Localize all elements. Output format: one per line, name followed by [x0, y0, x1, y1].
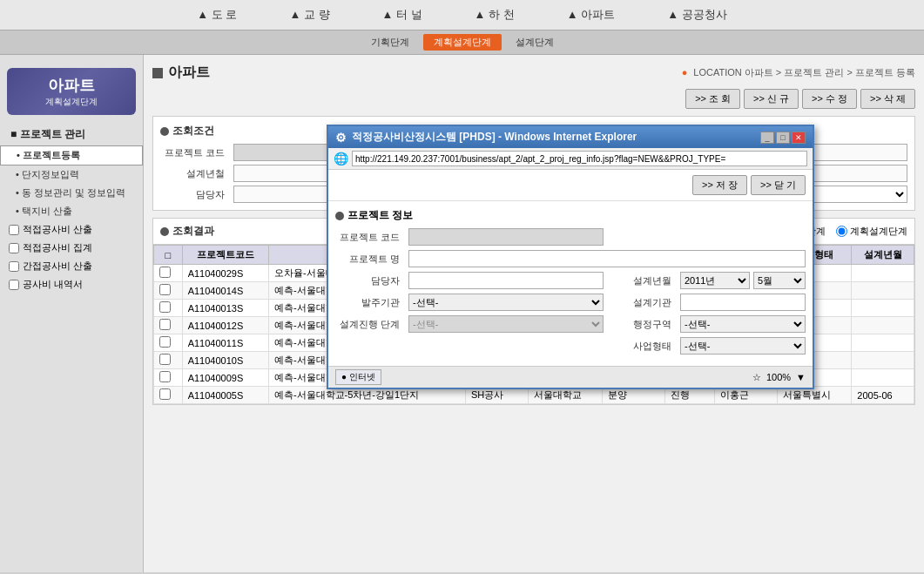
sidebar-section-project: ■ 프로젝트 관리	[0, 124, 143, 145]
col-check: □	[154, 246, 183, 265]
content-area: 아파트 ● LOCATION 아파트 > 프로젝트 관리 > 프로젝트 등록 >…	[144, 55, 924, 572]
page-title: 아파트	[152, 64, 210, 82]
popup-statusbar: ● 인터넷 ☆ 100% ▼	[328, 366, 813, 388]
statusbar-right: ☆ 100% ▼	[752, 372, 806, 383]
label-project-code: 프로젝트 코드	[160, 146, 230, 159]
nav-apart[interactable]: ▲ 아파트	[567, 7, 615, 23]
restore-button[interactable]: □	[776, 132, 790, 144]
popup-input-name[interactable]	[408, 250, 806, 267]
popup-toolbar: >> 저 장 >> 닫 기	[328, 170, 813, 201]
zone-info: ● 인터넷	[335, 369, 381, 385]
popup-input-manager[interactable]	[408, 272, 604, 289]
col-code: 프로젝트코드	[182, 246, 268, 265]
close-button[interactable]: ✕	[792, 132, 806, 144]
popup-label-design-org: 설계기관	[607, 296, 677, 309]
popup-section-title: 프로젝트 정보	[335, 208, 806, 223]
nav-gyoryang[interactable]: ▲ 교 량	[289, 7, 329, 23]
popup-select-month[interactable]: 5월	[753, 272, 806, 289]
statusbar-left: ● 인터넷	[335, 369, 381, 385]
top-nav: ▲ 도 로 ▲ 교 량 ▲ 터 널 ▲ 하 천 ▲ 아파트 ▲ 공공청사	[0, 0, 924, 30]
popup-label-code: 프로젝트 코드	[335, 231, 405, 244]
popup-title: ⚙ 적정공사비산정시스템 [PHDS] - Windows Internet E…	[335, 130, 637, 145]
stage-design[interactable]: 계획설계단계	[423, 34, 502, 51]
popup-save-button[interactable]: >> 저 장	[692, 175, 747, 195]
popup-addressbar: 🌐	[328, 148, 813, 170]
popup-input-code[interactable]	[408, 228, 604, 246]
stage-bar: 기획단계 계획설계단계 설계단계	[0, 30, 924, 55]
popup-titlebar: ⚙ 적정공사비산정시스템 [PHDS] - Windows Internet E…	[328, 126, 813, 148]
popup-select-admin-area[interactable]: -선택-	[680, 315, 806, 333]
popup-label-name: 프로젝트 명	[335, 253, 405, 266]
new-button[interactable]: >> 신 규	[744, 89, 799, 109]
page-header: 아파트 ● LOCATION 아파트 > 프로젝트 관리 > 프로젝트 등록	[152, 64, 915, 82]
popup-label-issue-org: 발주기관	[335, 296, 405, 309]
sidebar-item-land[interactable]: • 택지비 산출	[0, 202, 143, 220]
sidebar-item-register[interactable]: • 프로젝트등록	[0, 145, 143, 165]
popup-window-controls: _ □ ✕	[760, 132, 806, 144]
edit-button[interactable]: >> 수 정	[802, 89, 857, 109]
address-icon: 🌐	[334, 152, 348, 165]
nav-teonel[interactable]: ▲ 터 널	[382, 7, 422, 23]
nav-gongcheongsa[interactable]: ▲ 공공청사	[667, 7, 726, 23]
popup-label-design-year: 설계년월	[607, 274, 677, 287]
zoom-icon: ☆	[752, 372, 761, 383]
nav-doro[interactable]: ▲ 도 로	[197, 7, 237, 23]
zoom-level: 100%	[766, 372, 791, 382]
popup-label-biz-type: 사업형태	[607, 340, 677, 353]
popup-select-biz-type[interactable]: -선택-	[680, 337, 806, 355]
sidebar-item-direct[interactable]: 적접공사비 산출	[0, 220, 143, 239]
popup-input-design-org[interactable]	[680, 294, 806, 311]
stage-final[interactable]: 설계단계	[505, 34, 564, 51]
col-year: 설계년월	[852, 246, 914, 265]
popup-select-issue-org[interactable]: -선택-	[408, 294, 604, 311]
popup-label-admin-area: 행정구역	[607, 318, 677, 331]
radio-design[interactable]: 계획설계단계	[836, 225, 907, 238]
sidebar: 아파트 계획설계단계 ■ 프로젝트 관리 • 프로젝트등록 • 단지정보입력 •…	[0, 55, 144, 572]
sidebar-item-complex[interactable]: • 단지정보입력	[0, 165, 143, 184]
popup-close-button[interactable]: >> 닫 기	[751, 175, 806, 195]
results-title: 조회결과	[160, 224, 214, 239]
label-design-year: 설계년철	[160, 167, 230, 180]
location-bar: ● LOCATION 아파트 > 프로젝트 관리 > 프로젝트 등록	[682, 66, 915, 79]
popup-select-year[interactable]: 2011년	[680, 272, 750, 289]
sidebar-item-direct-sum[interactable]: 적접공사비 집계	[0, 239, 143, 257]
zoom-dropdown[interactable]: ▼	[796, 372, 806, 382]
toolbar: >> 조 회 >> 신 규 >> 수 정 >> 삭 제	[152, 89, 915, 109]
stage-plan[interactable]: 기획단계	[361, 34, 420, 51]
label-manager: 담당자	[160, 188, 230, 201]
minimize-button[interactable]: _	[760, 132, 774, 144]
sidebar-header: 아파트 계획설계단계	[7, 68, 136, 115]
popup-select-design-stage[interactable]: -선택-	[408, 315, 604, 333]
sidebar-item-dong[interactable]: • 동 정보관리 및 정보입력	[0, 184, 143, 202]
popup-window[interactable]: ⚙ 적정공사비산정시스템 [PHDS] - Windows Internet E…	[327, 125, 814, 389]
nav-hacheon[interactable]: ▲ 하 천	[475, 7, 515, 23]
popup-content: 프로젝트 정보 프로젝트 코드 프로젝트 명 담당자 설계년월	[328, 201, 813, 366]
search-button[interactable]: >> 조 회	[685, 89, 740, 109]
sidebar-item-statement[interactable]: 공사비 내역서	[0, 275, 143, 294]
address-input[interactable]	[352, 151, 807, 166]
delete-button[interactable]: >> 삭 제	[860, 89, 915, 109]
sidebar-item-indirect[interactable]: 간접공사비 산출	[0, 257, 143, 275]
popup-label-design-stage: 설계진행 단계	[335, 318, 405, 331]
popup-label-manager: 담당자	[335, 274, 405, 287]
